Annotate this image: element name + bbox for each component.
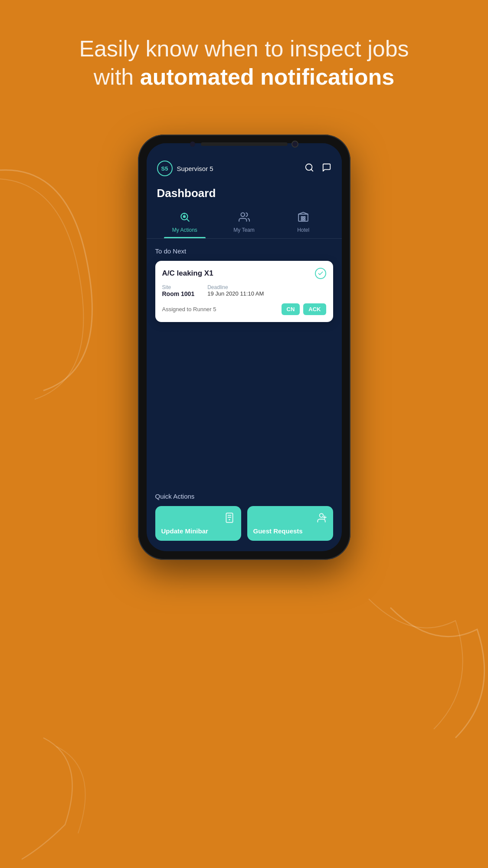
headline-line1: Easily know when to inspect jobs: [79, 36, 409, 61]
tab-my-actions[interactable]: My Actions: [155, 207, 215, 238]
task-deadline: Deadline 19 Jun 2020 11:10 AM: [207, 284, 264, 297]
avatar: S5: [157, 161, 173, 176]
task-footer: Assigned to Runner 5 CN ACK: [162, 303, 326, 315]
phone-wrapper: S5 Supervisor 5: [138, 135, 350, 560]
minibar-icon: [224, 512, 235, 526]
quick-actions-section: Quick Actions Update Minibar: [147, 486, 342, 551]
site-label: Site: [162, 284, 195, 290]
deadline-label: Deadline: [207, 284, 264, 290]
empty-space: [147, 371, 342, 486]
update-minibar-label: Update Minibar: [161, 527, 208, 535]
my-actions-icon: [179, 211, 190, 225]
task-card[interactable]: A/C leaking X1 Site Room 1001: [155, 261, 333, 322]
cn-button[interactable]: CN: [282, 303, 300, 315]
site-value: Room 1001: [162, 290, 195, 297]
svg-point-15: [229, 519, 230, 520]
username: Supervisor 5: [177, 165, 213, 172]
tab-hotel-label: Hotel: [297, 227, 309, 233]
app-header: S5 Supervisor 5: [147, 143, 342, 183]
task-title: A/C leaking X1: [162, 269, 213, 278]
ack-button[interactable]: ACK: [303, 303, 326, 315]
tab-my-team[interactable]: My Team: [214, 207, 274, 238]
svg-rect-9: [304, 217, 305, 218]
svg-point-16: [319, 513, 323, 517]
deadline-value: 19 Jun 2020 11:10 AM: [207, 290, 264, 297]
guest-icon: [316, 512, 327, 526]
quick-actions-title: Quick Actions: [155, 493, 333, 500]
header-icons: [305, 163, 331, 174]
tab-my-actions-label: My Actions: [172, 227, 197, 233]
check-icon[interactable]: [315, 268, 326, 279]
headline-line2-normal: with: [94, 64, 140, 89]
phone-screen: S5 Supervisor 5: [147, 143, 342, 551]
quick-actions-grid: Update Minibar Guest Requests: [155, 506, 333, 541]
svg-line-1: [311, 169, 313, 171]
headline-container: Easily know when to inspect jobs with au…: [0, 35, 488, 91]
update-minibar-button[interactable]: Update Minibar: [155, 506, 241, 541]
svg-rect-11: [304, 219, 305, 220]
svg-rect-10: [301, 219, 303, 220]
task-details: Site Room 1001 Deadline 19 Jun 2020 11:1…: [162, 284, 326, 297]
task-site: Site Room 1001: [162, 284, 195, 297]
my-team-icon: [239, 211, 250, 225]
svg-rect-7: [298, 214, 308, 221]
svg-rect-12: [226, 513, 233, 523]
phone-outer: S5 Supervisor 5: [138, 135, 350, 560]
section-title: To do Next: [155, 247, 333, 255]
tab-hotel[interactable]: Hotel: [274, 207, 333, 238]
svg-rect-8: [301, 217, 303, 218]
task-buttons: CN ACK: [282, 303, 326, 315]
svg-point-6: [241, 213, 245, 217]
page-title: Dashboard: [147, 183, 342, 207]
svg-line-3: [187, 219, 189, 221]
phone-sensor: [190, 141, 195, 147]
svg-point-4: [183, 215, 186, 218]
guest-requests-button[interactable]: Guest Requests: [247, 506, 333, 541]
headline-line2-bold: automated notifications: [140, 64, 394, 89]
headline-text: Easily know when to inspect jobs with au…: [26, 35, 462, 91]
assigned-text: Assigned to Runner 5: [162, 306, 216, 312]
hotel-icon: [298, 211, 309, 225]
search-icon[interactable]: [305, 163, 314, 174]
phone-camera: [291, 141, 298, 148]
phone-speaker: [201, 142, 288, 146]
tabs-container: My Actions My Team: [147, 207, 342, 239]
user-info: S5 Supervisor 5: [157, 161, 213, 176]
task-card-header: A/C leaking X1: [162, 268, 326, 279]
chat-icon[interactable]: [322, 163, 331, 174]
content-area: To do Next A/C leaking X1 Site: [147, 239, 342, 371]
guest-requests-label: Guest Requests: [253, 527, 303, 535]
tab-my-team-label: My Team: [233, 227, 254, 233]
